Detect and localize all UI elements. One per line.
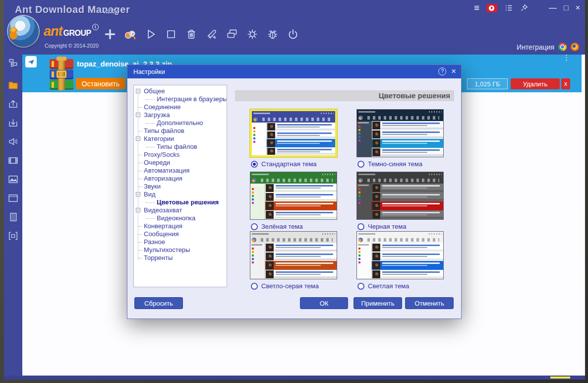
power-icon bbox=[286, 27, 300, 43]
theme-label: Черная тема bbox=[368, 223, 406, 230]
settings-button[interactable] bbox=[244, 26, 260, 44]
remove-row-button[interactable]: x bbox=[561, 78, 570, 89]
rocket-icon bbox=[205, 27, 219, 43]
theme-radio-standard[interactable]: Стандартная тема bbox=[251, 160, 317, 168]
maximize-icon[interactable]: □ bbox=[564, 3, 569, 13]
bug-icon bbox=[266, 27, 280, 43]
document-icon bbox=[7, 211, 19, 224]
settings-dialog: Настройки ? × −ОбщееИнтеграция в браузер… bbox=[127, 64, 462, 319]
radio-icon bbox=[357, 223, 364, 230]
radio-icon bbox=[251, 161, 258, 168]
grabber-button[interactable] bbox=[122, 26, 138, 44]
window-bottom-border bbox=[4, 376, 585, 380]
main-toolbar bbox=[102, 26, 301, 44]
theme-radio-light-gray[interactable]: Светло-серая тема bbox=[251, 282, 319, 290]
copy-icon bbox=[225, 27, 239, 43]
rocket-button[interactable] bbox=[204, 26, 220, 44]
theme-cell-black: Черная тема bbox=[356, 172, 463, 220]
sidebar-video-button[interactable] bbox=[6, 154, 21, 169]
ant-icon bbox=[123, 27, 137, 43]
reset-button[interactable]: Сбросить bbox=[134, 297, 183, 309]
desktop: { "icons": { "menu": "≡", "minimize": "—… bbox=[0, 0, 588, 383]
theme-preview-light[interactable] bbox=[356, 231, 444, 279]
download-icon bbox=[7, 117, 19, 130]
trademark-icon: t bbox=[92, 24, 99, 30]
pin-icon[interactable] bbox=[520, 3, 528, 13]
theme-preview-standard[interactable] bbox=[250, 109, 337, 157]
theme-radio-black[interactable]: Черная тема bbox=[357, 223, 406, 230]
row-menu-icon[interactable]: ⋮ bbox=[563, 56, 569, 59]
stop-all-button[interactable] bbox=[163, 26, 179, 44]
theme-radio-light[interactable]: Светлая тема bbox=[357, 282, 409, 290]
minimize-icon[interactable]: — bbox=[549, 3, 557, 13]
menu-icon[interactable]: ≡ bbox=[474, 3, 479, 13]
theme-label: Темно-синяя тема bbox=[368, 160, 422, 168]
theme-preview-green[interactable] bbox=[250, 172, 337, 220]
sidebar-download-button[interactable] bbox=[6, 116, 21, 131]
app-header: Ant Download Manager v.2.0.0 ≡ — □ × ant… bbox=[4, 0, 585, 55]
play-icon bbox=[144, 27, 158, 43]
sidebar-webpage-button[interactable] bbox=[6, 192, 21, 206]
titlebar[interactable]: Ant Download Manager v.2.0.0 ≡ — □ × bbox=[4, 0, 585, 19]
sidebar-image-button[interactable] bbox=[6, 173, 21, 188]
bottom-accent-bar bbox=[550, 377, 570, 379]
plus-icon bbox=[103, 27, 117, 43]
sidebar-audio-button[interactable] bbox=[6, 135, 21, 150]
delete-button[interactable] bbox=[183, 26, 199, 44]
sidebar-upload-button[interactable] bbox=[6, 97, 21, 112]
video-icon bbox=[7, 155, 19, 168]
image-icon bbox=[7, 174, 19, 187]
winrar-file-icon bbox=[50, 59, 73, 90]
sidebar-program-button[interactable] bbox=[6, 229, 21, 244]
theme-preview-light-gray[interactable] bbox=[250, 231, 337, 279]
download-size: 1,025 ГБ bbox=[467, 78, 508, 89]
sidebar-categories-button[interactable] bbox=[6, 57, 21, 71]
theme-cell-dark-blue: Темно-синяя тема bbox=[356, 109, 463, 157]
stop-download-button[interactable]: Остановить bbox=[76, 78, 125, 89]
copy-button[interactable] bbox=[224, 26, 240, 44]
sidebar-document-button[interactable] bbox=[6, 210, 21, 225]
audio-icon bbox=[7, 136, 19, 149]
radio-icon bbox=[357, 283, 364, 290]
theme-radio-dark-blue[interactable]: Темно-синяя тема bbox=[357, 160, 422, 168]
left-sidebar bbox=[4, 55, 22, 376]
trash-icon bbox=[184, 27, 198, 43]
integration-label: Интеграция bbox=[517, 43, 554, 51]
theme-preview-black[interactable] bbox=[356, 172, 444, 220]
theme-cell-standard: Стандартная тема bbox=[250, 109, 356, 157]
upload-icon bbox=[7, 98, 19, 111]
bug-report-button[interactable] bbox=[265, 26, 281, 44]
radio-icon bbox=[251, 223, 258, 230]
theme-label: Светло-серая тема bbox=[261, 282, 319, 290]
theme-preview-dark-blue[interactable] bbox=[356, 109, 444, 157]
brand-suffix: GROUP bbox=[63, 29, 91, 37]
adm-badge-icon bbox=[25, 56, 37, 67]
radio-icon bbox=[357, 161, 364, 168]
ok-button[interactable]: ОК bbox=[300, 297, 348, 309]
delete-download-button[interactable]: Удалить bbox=[511, 78, 560, 89]
theme-cell-light: Светлая тема bbox=[356, 231, 463, 279]
add-download-button[interactable] bbox=[102, 26, 118, 44]
apply-button[interactable]: Применить bbox=[353, 297, 402, 309]
start-all-button[interactable] bbox=[143, 26, 159, 44]
sidebar-folder-button[interactable] bbox=[6, 78, 21, 93]
cancel-button[interactable]: Отменить bbox=[405, 297, 454, 309]
playlist-icon[interactable] bbox=[504, 3, 513, 13]
brand-name: ant bbox=[44, 24, 62, 39]
theme-radio-green[interactable]: Зелёная тема bbox=[251, 223, 303, 230]
app-logo bbox=[8, 16, 39, 47]
integration-block: Интеграция bbox=[517, 43, 579, 51]
themes-grid: Стандартная темаТемно-синяя темаЗелёная … bbox=[127, 65, 461, 319]
close-icon[interactable]: × bbox=[576, 3, 580, 13]
firefox-icon[interactable] bbox=[571, 43, 579, 51]
stop-icon bbox=[164, 27, 178, 43]
theme-cell-light-gray: Светло-серая тема bbox=[250, 231, 356, 279]
chrome-icon[interactable] bbox=[558, 43, 567, 51]
video-downloader-icon[interactable] bbox=[486, 4, 497, 12]
categories-icon bbox=[7, 58, 19, 70]
theme-label: Зелёная тема bbox=[261, 223, 303, 230]
folder-icon bbox=[7, 79, 19, 92]
shutdown-button[interactable] bbox=[285, 26, 301, 44]
theme-label: Светлая тема bbox=[368, 282, 409, 290]
brand-wordmark: antGROUPt bbox=[44, 24, 99, 39]
